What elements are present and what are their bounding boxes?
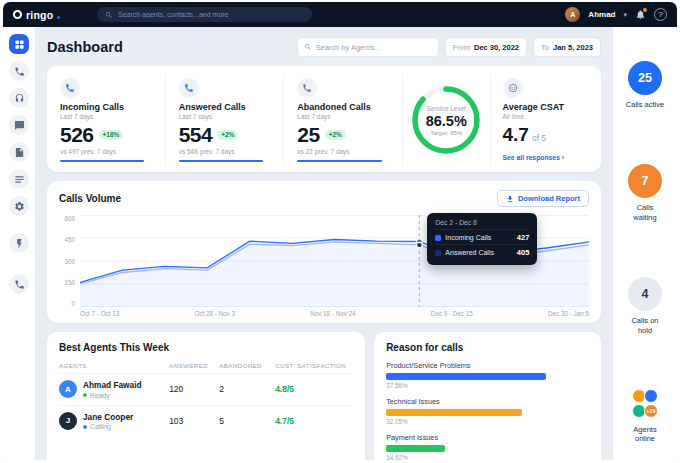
- csat-label: Average CSAT: [503, 102, 589, 112]
- x-tick: Dec 30 - Jan 5: [548, 310, 589, 317]
- agents-search-input[interactable]: [316, 43, 432, 52]
- y-tick: 450: [64, 236, 75, 243]
- topbar-right: A Ahmad ▾ ?: [565, 7, 667, 22]
- user-avatar[interactable]: A: [565, 7, 580, 22]
- agent-abandoned: 2: [219, 384, 275, 394]
- agent-row[interactable]: A Ahmad Fawaid Ready 120 2 4.8/5: [59, 373, 353, 405]
- reason-bar: [386, 445, 445, 452]
- phone-icon: [14, 66, 25, 77]
- avatar: A: [59, 380, 77, 398]
- avatar: J: [59, 412, 77, 430]
- brand-logo: ringo: [13, 9, 85, 21]
- tooltip-row-incoming: Incoming Calls 427: [435, 229, 529, 244]
- smiley-icon: [508, 83, 518, 93]
- calls-waiting-stat: 7 Calls waiting: [624, 164, 666, 223]
- sidebar-item-automation[interactable]: [9, 233, 29, 253]
- dashboard-icon: [14, 39, 25, 50]
- reasons-title: Reason for calls: [386, 342, 589, 353]
- stat-period: Last 7 days: [179, 113, 271, 120]
- notifications-button[interactable]: [635, 9, 646, 20]
- chat-icon: [14, 120, 25, 131]
- incoming-calls-icon: [65, 83, 75, 93]
- help-button[interactable]: ?: [654, 8, 667, 21]
- csat-period: All time: [503, 113, 589, 120]
- sidebar-item-settings[interactable]: [9, 196, 29, 216]
- x-tick: Dec 9 - Dec 15: [431, 310, 473, 317]
- date-from-chip[interactable]: From Dec 30, 2022: [445, 37, 528, 57]
- agent-csat: 4.7/5: [275, 416, 353, 426]
- agent-row[interactable]: J Jane Cooper Calling 103 5 4.7/5: [59, 405, 353, 437]
- csat-suffix: of 5: [532, 133, 546, 143]
- abandoned-calls-icon: [302, 83, 312, 93]
- service-level-target: Target: 85%: [430, 130, 462, 136]
- stat-value: 25: [297, 124, 319, 145]
- agents-search[interactable]: [297, 37, 439, 57]
- sidebar-item-reports[interactable]: [9, 142, 29, 162]
- stat-answered-calls: Answered Calls Last 7 days 554 +2% vs 54…: [166, 76, 285, 164]
- sidebar-item-queue[interactable]: [9, 169, 29, 189]
- calls-on-hold-stat: 4 Calls on hold: [624, 277, 666, 336]
- service-level-label: Service Level: [427, 105, 466, 112]
- reason-for-calls-card: Reason for calls Product/Service Problem…: [374, 332, 601, 460]
- stat-compare: vs 22 prev. 7 days: [297, 148, 389, 155]
- answered-calls-icon: [184, 83, 194, 93]
- page-title: Dashboard: [47, 39, 123, 55]
- x-tick: Oct 28 - Nov 3: [194, 310, 235, 317]
- global-search[interactable]: [97, 7, 312, 22]
- chart-tooltip: Dec 2 - Dec 8 Incoming Calls 427 Answere…: [427, 213, 537, 265]
- stat-compare: vs 548 prev. 7 days: [179, 148, 271, 155]
- global-search-input[interactable]: [118, 11, 304, 18]
- stat-value: 554: [179, 124, 213, 145]
- sidebar-item-calls[interactable]: [9, 61, 29, 81]
- calls-volume-card: Calls Volume Download Report 600 450 300…: [47, 181, 601, 323]
- agent-name: Ahmad Fawaid: [83, 380, 142, 390]
- brand-accent-dot: [57, 16, 60, 19]
- calls-volume-chart[interactable]: Dec 2 - Dec 8 Incoming Calls 427 Answere…: [80, 215, 589, 307]
- stat-value: 526: [60, 124, 94, 145]
- answered-series-swatch: [435, 250, 441, 256]
- stat-trend-badge: +2%: [325, 130, 346, 140]
- brand-ring-icon: [13, 10, 22, 19]
- x-tick: Nov 18 - Nov 24: [310, 310, 356, 317]
- date-to-chip[interactable]: To Jan 5, 2023: [533, 37, 601, 57]
- stat-accent-underline: [60, 160, 144, 162]
- main-content: Dashboard From Dec 30, 2022 To Jan 5, 20…: [35, 27, 613, 460]
- sidebar-item-dashboard[interactable]: [9, 34, 29, 54]
- calls-active-stat: 25 Calls active: [624, 61, 666, 110]
- left-sidebar: [3, 27, 35, 460]
- stat-accent-underline: [179, 160, 263, 162]
- stat-incoming-calls: Incoming Calls Last 7 days 526 +18% vs 4…: [47, 76, 166, 164]
- sidebar-item-agents[interactable]: [9, 88, 29, 108]
- reason-bar: [386, 409, 522, 416]
- col-abandoned: ABANDONED: [219, 362, 275, 369]
- agents-online-stat: +29 Agents online: [624, 390, 666, 445]
- y-tick: 150: [64, 279, 75, 286]
- agents-online-avatars: +29: [630, 390, 660, 420]
- date-to-value: Jan 5, 2023: [553, 43, 593, 52]
- stat-label: Abandoned Calls: [297, 102, 389, 112]
- y-tick: 600: [64, 215, 75, 222]
- y-tick: 300: [64, 258, 75, 265]
- csat-stat: Average CSAT All time 4.7 of 5 See all r…: [491, 76, 601, 164]
- date-from-value: Dec 30, 2022: [474, 43, 519, 52]
- sidebar-item-dialer[interactable]: [9, 274, 29, 294]
- service-level-value: 86.5%: [426, 113, 467, 129]
- best-agents-title: Best Agents This Week: [59, 342, 353, 353]
- user-name[interactable]: Ahmad: [588, 10, 615, 19]
- app-window: ringo A Ahmad ▾ ?: [0, 0, 680, 463]
- stat-label: Incoming Calls: [60, 102, 152, 112]
- see-all-responses-link[interactable]: See all responses ›: [503, 154, 565, 161]
- agent-csat: 4.8/5: [275, 384, 353, 394]
- best-agents-card: Best Agents This Week AGENTS ANSWERED AB…: [47, 332, 365, 460]
- page-header: Dashboard From Dec 30, 2022 To Jan 5, 20…: [47, 37, 601, 57]
- stat-compare: vs 497 prev. 7 days: [60, 148, 152, 155]
- download-report-button[interactable]: Download Report: [497, 190, 589, 207]
- avatar: [644, 389, 658, 403]
- chevron-down-icon[interactable]: ▾: [623, 11, 627, 18]
- agents-table-header: AGENTS ANSWERED ABANDONED CUST. SATISFAC…: [59, 362, 353, 369]
- search-icon: [105, 11, 113, 19]
- download-icon: [506, 195, 514, 203]
- calls-active-count: 25: [628, 61, 662, 95]
- sidebar-item-chat[interactable]: [9, 115, 29, 135]
- gear-icon: [14, 201, 25, 212]
